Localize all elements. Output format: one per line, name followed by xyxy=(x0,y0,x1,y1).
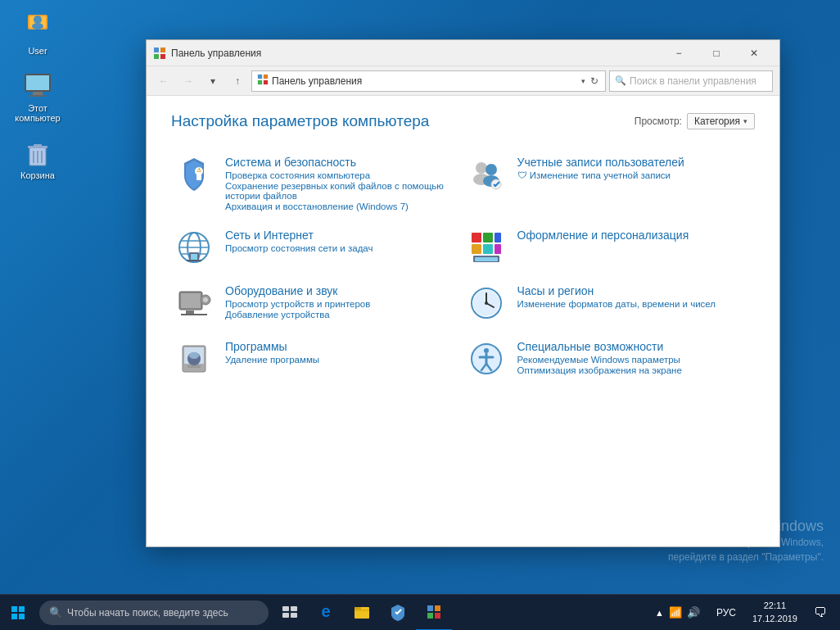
hardware-item[interactable]: Оборудование и звук Просмотр устройств и… xyxy=(171,275,463,331)
maximize-button[interactable]: □ xyxy=(698,40,735,66)
svg-rect-50 xyxy=(186,310,194,314)
hardware-link-2[interactable]: Добавление устройства xyxy=(225,310,460,320)
programs-title[interactable]: Программы xyxy=(225,340,287,353)
hardware-title[interactable]: Оборудование и звук xyxy=(225,284,338,297)
forward-button[interactable]: → xyxy=(178,70,199,92)
svg-rect-40 xyxy=(495,233,501,242)
notification-button[interactable]: 🗨 xyxy=(807,595,833,631)
desktop-icon-recycle-bin[interactable]: Корзина xyxy=(8,133,67,184)
svg-rect-16 xyxy=(154,54,159,59)
svg-rect-10 xyxy=(34,144,42,147)
network-item[interactable]: Сеть и Интернет Просмотр состояния сети … xyxy=(171,220,463,275)
svg-rect-36 xyxy=(191,254,197,260)
start-button[interactable] xyxy=(0,595,36,631)
svg-rect-45 xyxy=(475,257,498,261)
view-dropdown[interactable]: Категория ▾ xyxy=(687,113,755,129)
clock-date: 17.12.2019 xyxy=(752,613,797,625)
svg-rect-81 xyxy=(435,605,440,611)
view-label: Просмотр: xyxy=(635,116,682,127)
security-button[interactable] xyxy=(380,595,416,631)
window-titlebar: Панель управления − □ ✕ xyxy=(147,40,779,66)
svg-rect-18 xyxy=(258,75,262,79)
accessibility-item[interactable]: Специальные возможности Рекомендуемые Wi… xyxy=(463,331,756,387)
explorer-button[interactable] xyxy=(344,595,380,631)
clock-content: Часы и регион Изменение форматов даты, в… xyxy=(517,283,752,323)
nav-bar: ← → ▾ ↑ Панель управления ▾ ↻ 🔍 xyxy=(147,66,779,96)
up-button[interactable]: ↑ xyxy=(227,70,248,92)
volume-tray-icon: 🔊 xyxy=(687,606,700,619)
watermark-sub: Чтобы активировать Windows, перейдите в … xyxy=(668,535,824,564)
accessibility-icon xyxy=(467,339,506,378)
network-link-1[interactable]: Просмотр состояния сети и задач xyxy=(225,243,460,253)
svg-rect-38 xyxy=(472,233,481,242)
svg-point-56 xyxy=(485,301,488,305)
clock-link-1[interactable]: Изменение форматов даты, времени и чисел xyxy=(517,299,752,309)
svg-rect-71 xyxy=(11,614,17,619)
network-tray-icon: 📶 xyxy=(669,606,682,619)
programs-content: Программы Удаление программы xyxy=(225,339,460,378)
svg-point-3 xyxy=(32,23,43,29)
clock-tray[interactable]: 22:11 17.12.2019 xyxy=(746,595,804,631)
back-button[interactable]: ← xyxy=(153,70,174,92)
programs-link-1[interactable]: Удаление программы xyxy=(225,355,460,365)
system-security-item[interactable]: ⚠ Система и безопасность Проверка состоя… xyxy=(171,147,463,220)
system-security-link-3[interactable]: Архивация и восстановление (Windows 7) xyxy=(225,202,460,211)
search-bar[interactable]: 🔍 Поиск в панели управления xyxy=(609,70,773,92)
search-placeholder: Поиск в панели управления xyxy=(630,75,756,87)
lang-tray[interactable]: РУС xyxy=(710,595,743,631)
system-security-link-1[interactable]: Проверка состояния компьютера xyxy=(225,170,460,180)
view-dropdown-text: Категория xyxy=(694,116,740,127)
edge-button[interactable]: e xyxy=(308,595,344,631)
clock-time: 22:11 xyxy=(764,600,787,612)
control-panel-taskbar-button[interactable] xyxy=(416,595,452,631)
tray-chevron: ▲ xyxy=(655,608,664,618)
svg-rect-17 xyxy=(160,54,165,59)
clock-title[interactable]: Часы и регион xyxy=(517,284,594,297)
accessibility-title[interactable]: Специальные возможности xyxy=(517,340,664,353)
user-accounts-item[interactable]: Учетные записи пользователей 🛡 Изменение… xyxy=(463,147,756,220)
accessibility-link-1[interactable]: Рекомендуемые Windows параметры xyxy=(517,355,752,365)
svg-rect-42 xyxy=(483,244,493,254)
lang-label: РУС xyxy=(716,607,736,619)
programs-item[interactable]: Программы Удаление программы xyxy=(171,331,463,387)
search-icon: 🔍 xyxy=(615,75,626,86)
svg-rect-76 xyxy=(291,613,297,618)
svg-rect-21 xyxy=(264,80,268,84)
user-accounts-link-1[interactable]: 🛡 Изменение типа учетной записи xyxy=(517,170,752,180)
recycle-bin-icon xyxy=(21,136,54,169)
desktop-icons: User Этоткомпьютер xyxy=(8,8,67,184)
system-security-link-2[interactable]: Сохранение резервных копий файлов с помо… xyxy=(225,181,460,201)
svg-rect-79 xyxy=(355,610,369,611)
minimize-button[interactable]: − xyxy=(660,40,698,66)
network-title[interactable]: Сеть и Интернет xyxy=(225,229,314,242)
refresh-button[interactable]: ↻ xyxy=(589,74,600,88)
clock-item[interactable]: Часы и регион Изменение форматов даты, в… xyxy=(463,275,756,331)
svg-rect-7 xyxy=(29,95,46,97)
accessibility-link-2[interactable]: Оптимизация изображения на экране xyxy=(517,365,752,375)
svg-rect-62 xyxy=(190,369,198,371)
close-button[interactable]: ✕ xyxy=(735,40,773,66)
hardware-link-1[interactable]: Просмотр устройств и принтеров xyxy=(225,299,460,309)
window-title: Панель управления xyxy=(171,48,660,59)
system-tray[interactable]: ▲ 📶 🔊 xyxy=(648,595,707,631)
desktop-icon-user[interactable]: User xyxy=(8,8,67,59)
desktop-icon-this-pc[interactable]: Этоткомпьютер xyxy=(8,66,67,126)
user-accounts-title[interactable]: Учетные записи пользователей xyxy=(517,156,684,169)
appearance-title[interactable]: Оформление и персонализация xyxy=(517,229,689,242)
recent-button[interactable]: ▾ xyxy=(202,70,224,92)
address-dropdown-arrow[interactable]: ▾ xyxy=(581,77,585,85)
address-bar[interactable]: Панель управления ▾ ↻ xyxy=(251,70,606,92)
svg-rect-41 xyxy=(472,244,481,254)
svg-rect-61 xyxy=(187,365,201,368)
svg-rect-69 xyxy=(11,606,17,612)
this-pc-icon-label: Этоткомпьютер xyxy=(15,103,60,123)
content-header: Настройка параметров компьютера Просмотр… xyxy=(171,112,755,130)
system-security-title[interactable]: Система и безопасность xyxy=(225,156,356,169)
appearance-item[interactable]: Оформление и персонализация xyxy=(463,220,756,275)
svg-rect-39 xyxy=(483,233,493,242)
svg-rect-80 xyxy=(427,605,433,611)
taskbar-search[interactable]: 🔍 Чтобы начать поиск, введите здесь xyxy=(39,601,269,625)
user-accounts-icon xyxy=(467,155,506,194)
titlebar-controls: − □ ✕ xyxy=(660,40,773,66)
task-view-button[interactable] xyxy=(272,595,308,631)
